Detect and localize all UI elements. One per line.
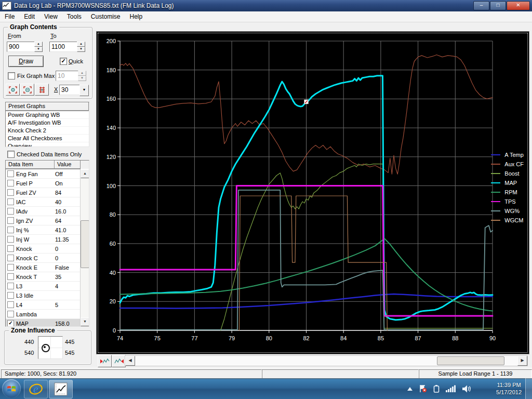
hidden-icons-arrow[interactable] — [407, 387, 413, 391]
row-checkbox[interactable] — [7, 227, 14, 233]
start-button[interactable] — [2, 379, 21, 398]
taskbar-clock[interactable]: 11:39 PM 5/17/2012 — [496, 381, 522, 396]
row-name: Knock C — [16, 255, 55, 261]
row-checkbox[interactable] — [7, 180, 14, 187]
table-row[interactable]: L34 — [6, 282, 81, 291]
scroll-down-arrow[interactable]: ▼ — [81, 317, 89, 326]
battery-icon[interactable] — [433, 384, 440, 393]
row-checkbox[interactable] — [7, 217, 14, 224]
to-spinner[interactable]: ▲▼ — [77, 42, 85, 52]
menu-item-edit[interactable]: Edit — [19, 12, 39, 21]
x-combo-dropdown[interactable]: ▼ — [79, 85, 89, 96]
zone-bottom-right: 545 — [65, 350, 74, 356]
row-checkbox[interactable] — [7, 311, 14, 317]
row-checkbox[interactable] — [7, 273, 14, 280]
graph-scrollbar-thumb[interactable] — [437, 356, 504, 365]
legend-swatch — [491, 192, 500, 193]
table-row[interactable]: L45 — [6, 300, 81, 310]
quick-checkbox[interactable]: ✓ — [60, 58, 67, 65]
zone-marker[interactable] — [42, 344, 50, 352]
table-row[interactable]: Fuel ZV84 — [6, 188, 81, 197]
row-checkbox[interactable] — [7, 170, 14, 177]
table-row[interactable]: Knock EFalse — [6, 263, 81, 272]
menu-item-view[interactable]: View — [39, 12, 62, 21]
row-checkbox[interactable] — [7, 292, 14, 299]
table-row[interactable]: Eng FanOff — [6, 169, 81, 179]
menu-item-file[interactable]: File — [0, 12, 19, 21]
from-spinner[interactable]: ▲▼ — [34, 42, 43, 52]
zoom-out-icon — [23, 86, 32, 94]
row-checkbox[interactable] — [7, 189, 14, 196]
menu-item-tools[interactable]: Tools — [62, 12, 86, 21]
row-name: L4 — [16, 302, 55, 308]
network-signal-icon[interactable] — [446, 385, 456, 392]
action-center-flag-icon[interactable] — [419, 384, 427, 393]
table-row[interactable]: Inj %41.0 — [6, 225, 81, 235]
row-checkbox[interactable] — [7, 255, 14, 261]
maximize-button[interactable]: □ — [490, 1, 506, 10]
row-value: 84 — [55, 190, 81, 196]
fix-graph-max-checkbox[interactable] — [8, 72, 15, 79]
zoom-in-icon — [9, 86, 17, 94]
table-row[interactable]: Knock0 — [6, 244, 81, 254]
table-row[interactable]: Ign ZV64 — [6, 216, 81, 225]
scroll-up-arrow[interactable]: ▲ — [81, 169, 89, 178]
data-item-column-header[interactable]: Data Item — [6, 161, 55, 169]
table-row[interactable]: Inj W11.35 — [6, 235, 81, 244]
zoom-reset-button[interactable] — [35, 84, 49, 96]
to-label: To — [50, 33, 57, 39]
scroll-graph-right-button[interactable] — [112, 355, 126, 367]
value-column-header[interactable]: Value — [55, 161, 81, 169]
to-input[interactable]: 1100 — [49, 42, 77, 52]
data-item-table: Data Item Value Eng FanOffFuel POnFuel Z… — [5, 160, 89, 327]
graph-scrollbar[interactable]: ◀ ▶ — [125, 355, 528, 366]
table-scrollbar-thumb[interactable] — [81, 220, 89, 268]
row-checkbox[interactable] — [7, 301, 14, 308]
row-name: Fuel ZV — [16, 190, 55, 196]
table-row[interactable]: Fuel POn — [6, 179, 81, 188]
draw-button[interactable]: Draw — [8, 56, 44, 67]
menu-bar: FileEditViewToolsCustomiseHelp — [0, 11, 532, 22]
zoom-in-button[interactable] — [6, 84, 20, 96]
row-checkbox[interactable]: ✓ — [7, 320, 14, 326]
minimize-button[interactable]: – — [473, 1, 489, 10]
row-checkbox[interactable] — [7, 264, 14, 271]
preset-item[interactable]: Power Graphing WB — [6, 111, 89, 119]
table-row[interactable]: ✓MAP158.0 — [6, 319, 81, 326]
table-scrollbar[interactable]: ▲ ▼ — [80, 169, 89, 326]
checked-only-checkbox[interactable] — [7, 151, 15, 158]
row-checkbox[interactable] — [7, 236, 14, 243]
show-desktop-button[interactable] — [525, 378, 532, 399]
taskbar-ie-button[interactable]: e — [24, 380, 48, 398]
row-checkbox[interactable] — [7, 245, 14, 252]
table-row[interactable]: Knock T35 — [6, 272, 81, 282]
preset-item[interactable]: Overview — [6, 142, 89, 147]
menu-item-customise[interactable]: Customise — [86, 12, 125, 21]
table-row[interactable]: L3 Idle — [6, 291, 81, 300]
speaker-icon[interactable] — [462, 385, 472, 393]
from-input[interactable]: 900 — [7, 42, 35, 52]
chart-panel[interactable]: 0204060801001201401601802007475777980828… — [96, 31, 529, 354]
scroll-graph-left-button[interactable] — [98, 355, 112, 367]
table-row[interactable]: IAdv16.0 — [6, 207, 81, 216]
preset-item[interactable]: A/F Investigation WB — [6, 119, 89, 127]
zone-influence-pad[interactable] — [38, 336, 63, 359]
scroll-left-arrow[interactable]: ◀ — [125, 356, 135, 366]
x-combo-value[interactable]: 30 — [59, 85, 82, 95]
preset-graphs-header[interactable]: Preset Graphs — [6, 102, 89, 111]
row-checkbox[interactable] — [7, 283, 14, 289]
chart-plot[interactable]: 0204060801001201401601802007475777980828… — [97, 32, 529, 354]
close-button[interactable]: ✕ — [507, 1, 530, 10]
table-row[interactable]: Lambda — [6, 310, 81, 319]
scroll-right-arrow[interactable]: ▶ — [517, 356, 527, 366]
menu-item-help[interactable]: Help — [125, 12, 148, 21]
legend-label: A Temp — [504, 152, 524, 158]
table-row[interactable]: IAC40 — [6, 197, 81, 207]
table-row[interactable]: Knock C0 — [6, 254, 81, 263]
taskbar-datalog-button[interactable] — [49, 380, 73, 398]
row-checkbox[interactable] — [7, 198, 14, 205]
preset-item[interactable]: Clear All Checkboxes — [6, 135, 89, 142]
row-checkbox[interactable] — [7, 208, 14, 215]
zoom-out-button[interactable] — [20, 84, 34, 96]
preset-item[interactable]: Knock Check 2 — [6, 127, 89, 135]
